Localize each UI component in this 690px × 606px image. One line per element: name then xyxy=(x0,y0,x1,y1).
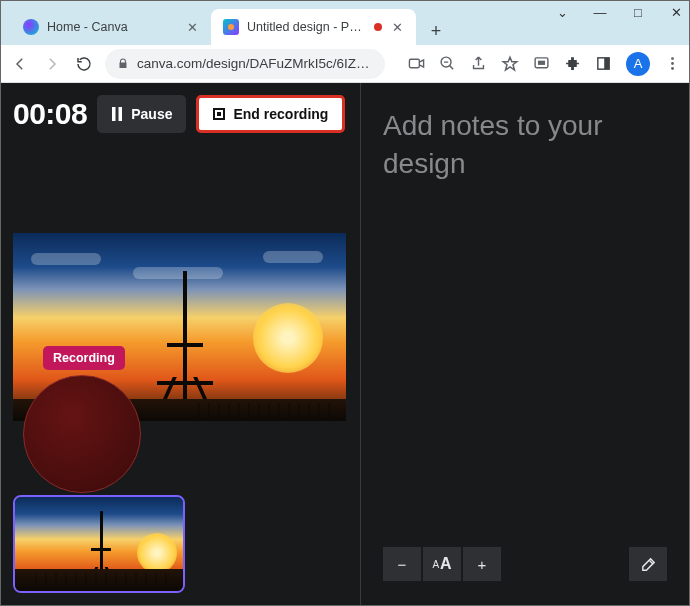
window-titlebar: Home - Canva ✕ Untitled design - Prese ✕… xyxy=(1,1,689,45)
tab-untitled-design[interactable]: Untitled design - Prese ✕ xyxy=(211,9,416,45)
big-a-icon: A xyxy=(440,555,452,573)
cloud-shape xyxy=(133,267,223,279)
profile-avatar[interactable]: A xyxy=(626,52,650,76)
reload-icon xyxy=(75,55,93,73)
forward-icon xyxy=(43,55,61,73)
pause-button[interactable]: Pause xyxy=(97,95,186,133)
pause-label: Pause xyxy=(131,106,172,122)
plus-icon: + xyxy=(478,556,487,573)
recording-status-badge: Recording xyxy=(43,346,125,370)
avatar-initial: A xyxy=(634,56,643,71)
pause-icon xyxy=(111,107,123,121)
canva-doc-favicon-icon xyxy=(223,19,239,35)
sun-shape xyxy=(137,533,177,573)
tab-title: Untitled design - Prese xyxy=(247,20,364,34)
new-tab-button[interactable]: + xyxy=(422,17,450,45)
menu-icon[interactable] xyxy=(664,55,681,72)
svg-point-6 xyxy=(671,57,674,60)
zoom-icon[interactable] xyxy=(439,55,456,72)
webcam-bubble[interactable] xyxy=(23,375,141,493)
slide-thumbnail-1[interactable] xyxy=(13,495,185,593)
star-icon[interactable] xyxy=(501,55,519,73)
back-button[interactable] xyxy=(9,53,31,75)
current-slide-preview: Recording xyxy=(13,233,348,421)
reload-button[interactable] xyxy=(73,53,95,75)
lock-icon xyxy=(117,57,129,70)
canva-presenter-app: 00:08 Pause End recording Recording xyxy=(1,83,689,605)
close-window-button[interactable]: ✕ xyxy=(669,5,683,20)
toolbar-icons: A xyxy=(408,52,681,76)
edit-notes-button[interactable] xyxy=(629,547,667,581)
recording-controls: 00:08 Pause End recording xyxy=(13,95,348,133)
plus-icon: + xyxy=(431,21,442,42)
address-bar[interactable]: canva.com/design/DAFuZMrkI5c/6IZOHI… xyxy=(105,49,385,79)
notes-toolbar: − AA + xyxy=(383,547,667,581)
svg-rect-10 xyxy=(119,107,123,121)
svg-rect-3 xyxy=(538,61,545,65)
small-a-icon: A xyxy=(432,559,439,570)
reader-icon[interactable] xyxy=(595,55,612,72)
canva-favicon-icon xyxy=(23,19,39,35)
svg-rect-5 xyxy=(604,58,609,69)
browser-tabs: Home - Canva ✕ Untitled design - Prese ✕… xyxy=(1,7,450,45)
recording-timer: 00:08 xyxy=(13,97,87,131)
svg-point-8 xyxy=(671,67,674,70)
stop-icon xyxy=(213,108,225,120)
chevron-down-icon[interactable]: ⌄ xyxy=(555,5,569,20)
cast-icon[interactable] xyxy=(533,55,550,72)
recording-indicator-icon xyxy=(374,23,382,31)
sun-shape xyxy=(253,303,323,373)
back-icon xyxy=(11,55,29,73)
tab-home-canva[interactable]: Home - Canva ✕ xyxy=(11,9,211,45)
cloud-shape xyxy=(31,253,101,265)
notes-pane: Add notes to your design − AA + xyxy=(361,83,689,605)
font-size-indicator[interactable]: AA xyxy=(423,547,461,581)
notes-input[interactable]: Add notes to your design xyxy=(383,107,667,183)
minimize-button[interactable]: — xyxy=(593,5,607,20)
font-increase-button[interactable]: + xyxy=(463,547,501,581)
close-icon[interactable]: ✕ xyxy=(390,20,404,34)
share-icon[interactable] xyxy=(470,55,487,72)
tab-title: Home - Canva xyxy=(47,20,177,34)
slide-image xyxy=(15,497,183,591)
end-recording-label: End recording xyxy=(233,106,328,122)
edit-icon xyxy=(640,556,657,573)
forward-button[interactable] xyxy=(41,53,63,75)
window-controls: ⌄ — □ ✕ xyxy=(555,5,683,20)
svg-rect-9 xyxy=(112,107,116,121)
url-text: canva.com/design/DAFuZMrkI5c/6IZOHI… xyxy=(137,56,373,71)
end-recording-button[interactable]: End recording xyxy=(196,95,345,133)
cloud-shape xyxy=(263,251,323,263)
svg-rect-0 xyxy=(409,59,419,68)
browser-toolbar: canva.com/design/DAFuZMrkI5c/6IZOHI… A xyxy=(1,45,689,83)
camera-icon[interactable] xyxy=(408,55,425,72)
minus-icon: − xyxy=(398,556,407,573)
maximize-button[interactable]: □ xyxy=(631,5,645,20)
font-decrease-button[interactable]: − xyxy=(383,547,421,581)
slide-thumbnails xyxy=(13,491,348,593)
extensions-icon[interactable] xyxy=(564,55,581,72)
svg-point-7 xyxy=(671,62,674,65)
close-icon[interactable]: ✕ xyxy=(185,20,199,34)
presenter-left-pane: 00:08 Pause End recording Recording xyxy=(1,83,361,605)
ground-shape xyxy=(15,569,183,591)
